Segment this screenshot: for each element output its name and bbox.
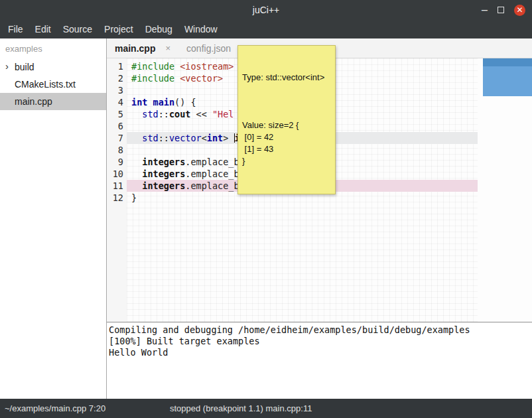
tooltip-value-block: Value: size=2 { [0] = 42 [1] = 43} [242, 119, 331, 167]
line-number-5[interactable]: 5 [107, 108, 123, 120]
close-button[interactable]: ✕ [514, 5, 525, 16]
status-debug-state: stopped (breakpoint 1.1) main.cpp:11 [170, 403, 312, 413]
tree-item-label: main.cpp [15, 96, 52, 107]
window-controls: – ✕ [482, 0, 525, 20]
line-number-12[interactable]: 12 [107, 192, 123, 204]
line-number-4[interactable]: 4 [107, 96, 123, 108]
line-number-9[interactable]: 9 [107, 156, 123, 168]
debug-value-tooltip: Type: std::vector<int> Value: size=2 { [… [237, 45, 336, 194]
menu-item-project[interactable]: Project [98, 21, 139, 37]
tooltip-value-line: Value: size=2 { [242, 119, 331, 131]
line-number-11[interactable]: 11 [107, 180, 123, 192]
menu-item-edit[interactable]: Edit [29, 21, 57, 37]
file-sidebar: examples ›buildCMakeLists.txtmain.cpp [0, 38, 107, 399]
terminal-line: [100%] Built target examples [109, 336, 530, 347]
menu-item-file[interactable]: File [2, 21, 29, 37]
file-tree: ›buildCMakeLists.txtmain.cpp [0, 58, 106, 110]
menubar: FileEditSourceProjectDebugWindow [0, 20, 532, 38]
window-title: juCi++ [253, 5, 279, 15]
main-area: examples ›buildCMakeLists.txtmain.cpp ma… [0, 38, 532, 399]
terminal-line: Compiling and debugging /home/eidheim/ex… [109, 324, 530, 336]
tree-item-label: CMakeLists.txt [15, 79, 76, 90]
maximize-button[interactable] [498, 7, 504, 13]
tree-item-cmakelists-txt[interactable]: CMakeLists.txt [0, 76, 106, 93]
tooltip-value-line: [1] = 43 [242, 143, 331, 155]
status-bar: ~/examples/main.cpp 7:20 stopped (breakp… [0, 399, 532, 418]
tree-item-label: build [15, 62, 34, 72]
line-number-6[interactable]: 6 [107, 120, 123, 132]
title-bar: juCi++ – ✕ [0, 0, 532, 20]
tooltip-value-line: [0] = 42 [242, 131, 331, 143]
tab-label: main.cpp [115, 43, 155, 54]
terminal-output[interactable]: Compiling and debugging /home/eidheim/ex… [107, 322, 532, 399]
line-number-7[interactable]: 7 [107, 132, 123, 144]
line-number-10[interactable]: 10 [107, 168, 123, 180]
scrollbar-overview[interactable] [483, 58, 532, 96]
line-number-8[interactable]: 8 [107, 144, 123, 156]
menu-item-debug[interactable]: Debug [139, 21, 178, 37]
tab-close-icon[interactable]: × [165, 43, 170, 53]
tree-item-build[interactable]: ›build [0, 58, 106, 76]
menu-item-source[interactable]: Source [57, 21, 98, 37]
menu-item-window[interactable]: Window [178, 21, 224, 37]
tab-label: config.json [186, 43, 231, 54]
line-number-2[interactable]: 2 [107, 72, 123, 84]
line-number-1[interactable]: 1 [107, 60, 123, 72]
minimize-button[interactable]: – [482, 7, 488, 13]
tab-main-cpp[interactable]: main.cpp× [115, 43, 170, 54]
tree-item-main-cpp[interactable]: main.cpp [0, 93, 106, 110]
line-number-gutter: 123456789101112 [107, 58, 127, 322]
app-window: juCi++ – ✕ FileEditSourceProjectDebugWin… [0, 0, 532, 418]
line-number-3[interactable]: 3 [107, 84, 123, 96]
expander-icon[interactable]: › [5, 60, 9, 72]
terminal-line: Hello World [109, 347, 530, 358]
status-file-position: ~/examples/main.cpp 7:20 [5, 403, 105, 413]
tooltip-value-line: } [242, 155, 331, 167]
sidebar-header: examples [0, 38, 106, 58]
tooltip-type-line: Type: std::vector<int> [242, 72, 331, 84]
